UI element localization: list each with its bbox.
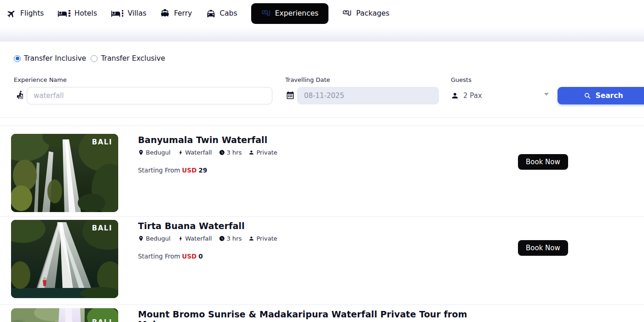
currency-label: USD	[182, 167, 197, 174]
nav-tab-label: Flights	[20, 9, 44, 17]
price-value: 29	[199, 167, 207, 174]
hotel-dots-icon	[69, 10, 70, 17]
experience-title: Tirta Buana Waterfall	[138, 221, 506, 231]
nav-tab-label: Villas	[127, 9, 146, 17]
radio-selected-icon	[14, 55, 21, 62]
radio-unselected-icon	[91, 55, 98, 62]
duration-item: 3 hrs	[219, 235, 242, 242]
hiker-icon	[16, 90, 25, 99]
travelling-date-input[interactable]	[297, 87, 439, 104]
search-icon	[584, 92, 591, 99]
experience-title: Banyumala Twin Waterfall	[138, 135, 506, 145]
experience-thumbnail: BALI	[11, 134, 118, 212]
hotel-bed-icon	[58, 9, 67, 18]
category-item: Waterfall	[178, 149, 212, 156]
nav-tab-hotels[interactable]: Hotels	[58, 9, 97, 18]
travelling-date-label: Travelling Date	[285, 76, 330, 83]
divider	[0, 126, 644, 126]
nav-tab-ferry[interactable]: Ferry	[160, 9, 192, 18]
tour-type-item: Private	[248, 149, 277, 156]
nav-tab-label: Packages	[356, 9, 389, 17]
experience-meta: Bedugul Waterfall 3 hrs Private	[138, 149, 506, 156]
top-navbar: Flights Hotels Villas Ferry Cabs Experie…	[0, 0, 644, 27]
card-details: Tirta Buana Waterfall Bedugul Waterfall …	[138, 220, 506, 260]
location-item: Bedugul	[138, 149, 171, 156]
experience-thumbnail: BALI	[11, 308, 118, 322]
book-now-button[interactable]: Book Now	[518, 154, 568, 170]
starting-from-label: Starting From	[138, 253, 180, 260]
experience-meta: Bedugul Waterfall 3 hrs Private	[138, 235, 506, 242]
result-card-banyumala: BALI Banyumala Twin Waterfall Bedugul Wa…	[11, 134, 644, 212]
experience-name-label: Experience Name	[14, 76, 67, 83]
map-pin-icon	[138, 150, 144, 155]
lightning-bolt-icon	[178, 236, 184, 242]
person-icon	[248, 150, 254, 155]
plane-icon	[5, 6, 18, 20]
experience-thumbnail: BALI	[11, 220, 118, 298]
radio-label: Transfer Exclusive	[101, 54, 165, 63]
nav-tab-experiences[interactable]: Experiences	[251, 3, 329, 24]
map-pin-icon	[138, 236, 144, 242]
transfer-filter-group: Transfer Inclusive Transfer Exclusive	[14, 54, 165, 63]
card-details: Mount Bromo Sunrise & Madakaripura Water…	[138, 308, 506, 322]
starting-from-label: Starting From	[138, 167, 180, 174]
chevron-down-icon	[544, 93, 549, 96]
price-row: Starting FromUSD29	[138, 167, 506, 174]
experience-title: Mount Bromo Sunrise & Madakaripura Water…	[138, 309, 506, 322]
villa-dots-icon	[122, 10, 124, 17]
currency-label: USD	[182, 253, 197, 260]
person-icon	[248, 236, 254, 242]
price-row: Starting FromUSD0	[138, 253, 506, 260]
snorkel-mask-icon	[342, 9, 352, 18]
search-button[interactable]: Search	[558, 87, 644, 104]
divider	[0, 117, 644, 118]
ferry-icon	[160, 9, 170, 18]
header-gradient-band	[0, 27, 644, 41]
experience-name-input[interactable]	[27, 87, 272, 104]
bali-watermark: BALI	[92, 138, 112, 146]
clock-icon	[219, 150, 225, 155]
clock-icon	[219, 236, 225, 242]
nav-tab-label: Ferry	[174, 9, 192, 17]
search-button-label: Search	[595, 92, 623, 100]
nav-tab-label: Experiences	[275, 9, 319, 17]
book-now-button[interactable]: Book Now	[518, 240, 568, 256]
nav-tab-label: Hotels	[75, 9, 97, 17]
nav-tab-packages[interactable]: Packages	[342, 9, 389, 18]
guests-select[interactable]: 2 Pax	[451, 87, 548, 104]
card-details: Banyumala Twin Waterfall Bedugul Waterfa…	[138, 134, 506, 174]
snorkel-mask-icon	[261, 9, 271, 18]
result-card-tirta-buana: BALI Tirta Buana Waterfall Bedugul Water…	[11, 220, 644, 298]
calendar-icon	[286, 91, 294, 99]
nav-tab-cabs[interactable]: Cabs	[206, 9, 237, 18]
nav-tab-label: Cabs	[220, 9, 237, 17]
bali-watermark: BALI	[92, 224, 112, 232]
divider	[0, 305, 644, 305]
guests-label: Guests	[451, 76, 472, 83]
result-card-mount-bromo: BALI Mount Bromo Sunrise & Madakaripura …	[11, 308, 644, 322]
radio-transfer-inclusive[interactable]: Transfer Inclusive	[14, 54, 86, 63]
nav-tab-villas[interactable]: Villas	[111, 9, 146, 18]
bali-watermark: BALI	[92, 318, 112, 322]
duration-item: 3 hrs	[219, 149, 242, 156]
lightning-bolt-icon	[178, 150, 184, 155]
taxi-icon	[206, 9, 216, 18]
person-icon	[451, 92, 459, 100]
experiences-search-page: Flights Hotels Villas Ferry Cabs Experie…	[0, 0, 644, 322]
nav-tab-flights[interactable]: Flights	[6, 9, 44, 18]
tour-type-item: Private	[248, 235, 277, 242]
radio-label: Transfer Inclusive	[24, 54, 86, 63]
category-item: Waterfall	[178, 235, 212, 242]
location-item: Bedugul	[138, 235, 171, 242]
radio-transfer-exclusive[interactable]: Transfer Exclusive	[91, 54, 165, 63]
price-value: 0	[199, 253, 203, 260]
divider	[0, 216, 644, 217]
villa-bed-icon	[111, 9, 121, 18]
guests-value: 2 Pax	[463, 92, 482, 100]
